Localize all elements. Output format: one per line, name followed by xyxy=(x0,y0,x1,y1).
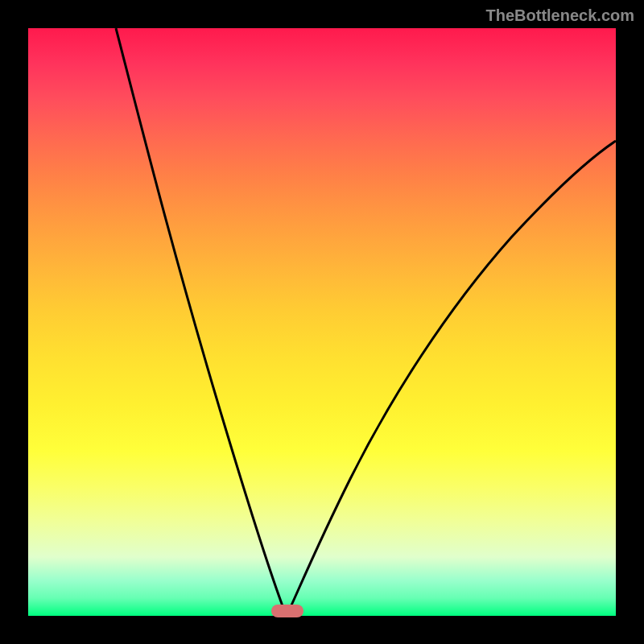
chart-container: TheBottleneck.com xyxy=(0,0,644,644)
curve-svg xyxy=(28,28,616,616)
right-curve xyxy=(287,141,616,616)
bottleneck-marker xyxy=(271,605,303,617)
plot-area xyxy=(28,28,616,616)
left-curve xyxy=(116,28,287,616)
watermark-text: TheBottleneck.com xyxy=(486,6,634,25)
